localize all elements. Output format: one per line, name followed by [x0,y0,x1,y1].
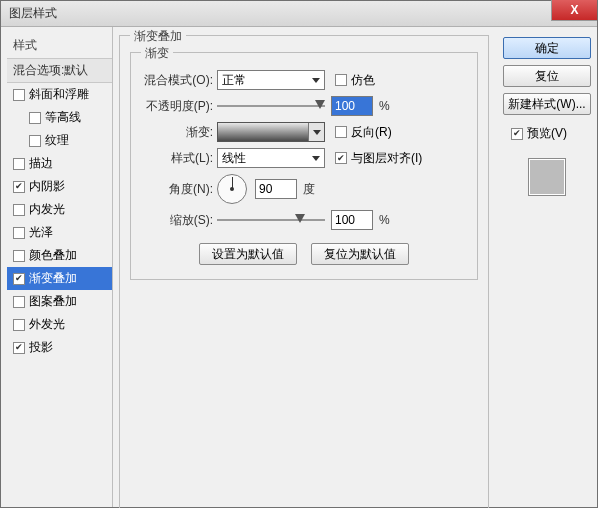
checkbox-icon [13,204,25,216]
opacity-label: 不透明度(P): [141,98,217,115]
blend-mode-label: 混合模式(O): [141,72,217,89]
style-item-8[interactable]: 渐变叠加 [7,267,112,290]
checkbox-icon [13,158,25,170]
gradient-label: 渐变: [141,124,217,141]
style-item-label: 颜色叠加 [29,247,77,264]
group-title: 渐变叠加 [130,28,186,45]
inner-title: 渐变 [141,45,173,62]
style-item-label: 纹理 [45,132,69,149]
style-item-3[interactable]: 描边 [7,152,112,175]
scale-input[interactable]: 100 [331,210,373,230]
style-item-label: 渐变叠加 [29,270,77,287]
gradient-overlay-group: 渐变叠加 渐变 混合模式(O): 正常 仿色 不透明度 [119,35,489,508]
checkbox-icon [335,74,347,86]
preview-swatch [528,158,566,196]
preview-checkbox[interactable]: 预览(V) [503,125,591,142]
style-item-6[interactable]: 光泽 [7,221,112,244]
style-item-11[interactable]: 投影 [7,336,112,359]
checkbox-icon [13,227,25,239]
checkbox-icon [13,181,25,193]
style-item-label: 外发光 [29,316,65,333]
opacity-input[interactable]: 100 [331,96,373,116]
reset-default-button[interactable]: 复位为默认值 [311,243,409,265]
chevron-down-icon [313,130,321,135]
scale-label: 缩放(S): [141,212,217,229]
style-item-label: 投影 [29,339,53,356]
opacity-slider[interactable] [217,98,325,114]
gradient-picker[interactable] [217,122,325,142]
dialog-title: 图层样式 [9,5,57,22]
style-item-label: 描边 [29,155,53,172]
blend-options-item[interactable]: 混合选项:默认 [7,58,112,83]
checkbox-icon [335,152,347,164]
set-default-button[interactable]: 设置为默认值 [199,243,297,265]
titlebar: 图层样式 X [1,1,597,27]
style-item-label: 光泽 [29,224,53,241]
checkbox-icon [13,342,25,354]
align-checkbox[interactable]: 与图层对齐(I) [335,150,422,167]
new-style-button[interactable]: 新建样式(W)... [503,93,591,115]
style-item-9[interactable]: 图案叠加 [7,290,112,313]
checkbox-icon [13,89,25,101]
style-item-label: 内发光 [29,201,65,218]
checkbox-icon [13,250,25,262]
gradient-dropdown-button[interactable] [308,123,324,141]
checkbox-icon [13,273,25,285]
style-item-0[interactable]: 斜面和浮雕 [7,83,112,106]
style-item-7[interactable]: 颜色叠加 [7,244,112,267]
checkbox-icon [13,296,25,308]
style-item-10[interactable]: 外发光 [7,313,112,336]
layer-style-dialog: 图层样式 X 样式 混合选项:默认 斜面和浮雕等高线纹理描边内阴影内发光光泽颜色… [0,0,598,508]
close-icon: X [570,3,578,17]
angle-label: 角度(N): [141,181,217,198]
cancel-button[interactable]: 复位 [503,65,591,87]
style-label: 样式(L): [141,150,217,167]
chevron-down-icon [312,156,320,161]
blend-mode-select[interactable]: 正常 [217,70,325,90]
ok-button[interactable]: 确定 [503,37,591,59]
chevron-down-icon [312,78,320,83]
style-item-5[interactable]: 内发光 [7,198,112,221]
style-item-label: 内阴影 [29,178,65,195]
checkbox-icon [13,319,25,331]
dither-checkbox[interactable]: 仿色 [335,72,375,89]
checkbox-icon [29,112,41,124]
angle-input[interactable]: 90 [255,179,297,199]
checkbox-icon [335,126,347,138]
angle-dial[interactable] [217,174,247,204]
checkbox-icon [511,128,523,140]
close-button[interactable]: X [551,0,597,21]
checkbox-icon [29,135,41,147]
reverse-checkbox[interactable]: 反向(R) [335,124,392,141]
right-panel: 确定 复位 新建样式(W)... 预览(V) [497,27,597,507]
style-item-1[interactable]: 等高线 [7,106,112,129]
styles-heading: 样式 [7,33,112,58]
style-item-4[interactable]: 内阴影 [7,175,112,198]
style-item-2[interactable]: 纹理 [7,129,112,152]
style-item-label: 图案叠加 [29,293,77,310]
style-select[interactable]: 线性 [217,148,325,168]
styles-list: 样式 混合选项:默认 斜面和浮雕等高线纹理描边内阴影内发光光泽颜色叠加渐变叠加图… [1,27,113,507]
style-item-label: 等高线 [45,109,81,126]
style-item-label: 斜面和浮雕 [29,86,89,103]
scale-slider[interactable] [217,212,325,228]
